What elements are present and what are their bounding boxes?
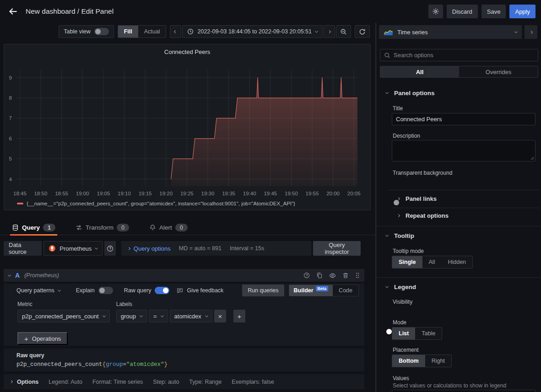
query-options-toggle[interactable]: Query options [128, 245, 171, 252]
query-patterns-dropdown[interactable]: Query patterns [16, 287, 60, 294]
time-shift-back-button[interactable] [170, 25, 181, 38]
operations-label: Operations [32, 335, 61, 342]
datasource-picker[interactable]: Prometheus [43, 241, 103, 256]
svg-text:19:20: 19:20 [159, 191, 173, 196]
tab-overrides[interactable]: Overrides [459, 66, 538, 77]
tooltip-all-option[interactable]: All [422, 256, 442, 268]
fill-actual-group: Fill Actual [118, 25, 167, 38]
give-feedback-link[interactable]: Give feedback [177, 287, 223, 294]
placement-right-option[interactable]: Right [425, 355, 451, 367]
datasource-label: Data source [4, 241, 42, 256]
footer-step: Step: auto [153, 379, 179, 385]
tooltip-header[interactable]: Tooltip [386, 232, 414, 239]
query-builder-toolbar: Query patterns Explain Raw query Give fe… [4, 284, 364, 297]
query-options-footer: Options Legend: Auto Format: Time series… [4, 374, 364, 389]
resize-handle-icon[interactable] [530, 156, 534, 160]
visualization-name: Time series [397, 29, 428, 36]
code-option[interactable]: Code [333, 285, 358, 296]
legend-mode-list-option[interactable]: List [392, 328, 415, 339]
time-shift-forward-button[interactable] [324, 25, 335, 38]
explain-label: Explain [76, 287, 95, 294]
query-options-label: Query options [134, 245, 171, 252]
query-ref-id: A [15, 272, 20, 279]
tab-transform[interactable]: Transform 0 [76, 220, 129, 235]
table-view-label: Table view [64, 28, 90, 35]
explain-switch[interactable] [98, 287, 113, 294]
svg-text:19:50: 19:50 [285, 191, 298, 196]
time-series-chart[interactable]: 18:4518:5018:5519:0019:0519:1019:1519:20… [4, 56, 370, 200]
remove-label-filter-button[interactable]: × [214, 310, 226, 322]
discard-button[interactable]: Discard [447, 5, 478, 18]
top-nav: New dashboard / Edit Panel Discard Save … [0, 0, 541, 23]
datasource-help-button[interactable] [104, 241, 115, 256]
description-textarea[interactable] [392, 140, 536, 161]
panel-settings-button[interactable] [428, 5, 443, 18]
add-label-filter-button[interactable]: + [233, 310, 245, 322]
back-button[interactable] [5, 4, 21, 19]
placement-bottom-option[interactable]: Bottom [392, 355, 425, 367]
bell-icon [149, 224, 156, 231]
options-expander[interactable]: Options [10, 379, 38, 385]
options-search[interactable] [380, 49, 538, 61]
hide-query-eye-icon[interactable] [329, 272, 336, 279]
legend-header[interactable]: Legend [386, 284, 416, 290]
label-value-select[interactable]: atomicdex [170, 310, 212, 322]
visualization-picker[interactable]: Time series [379, 25, 522, 39]
zoom-out-button[interactable] [336, 25, 351, 38]
query-help-icon[interactable] [303, 272, 310, 279]
duplicate-query-icon[interactable] [316, 272, 323, 279]
query-inspector-button[interactable]: Query inspector [313, 241, 361, 256]
table-view-toggle-group: Table view [59, 25, 114, 38]
tooltip-hidden-option[interactable]: Hidden [441, 256, 472, 268]
panel-title-input[interactable] [392, 113, 536, 125]
actual-option[interactable]: Actual [138, 26, 166, 38]
drag-handle-icon[interactable] [355, 272, 360, 279]
label-key-select[interactable]: group [116, 310, 147, 322]
tab-alert[interactable]: Alert 0 [149, 220, 188, 235]
raw-query-switch[interactable] [155, 287, 169, 294]
panel-links-header[interactable]: Panel links [397, 195, 437, 202]
label-operator-select[interactable]: = [149, 310, 168, 322]
chart-legend[interactable]: {__name__="p2p_connected_peers_count", g… [17, 201, 295, 206]
collapse-query-chevron[interactable] [8, 273, 11, 276]
metric-select[interactable]: p2p_connected_peers_count [17, 310, 110, 322]
legend-series-swatch[interactable] [17, 203, 23, 204]
builder-option[interactable]: Builder Beta [289, 285, 333, 296]
footer-exemplars: Exemplars: false [232, 379, 274, 385]
query-row-header[interactable]: A (Prometheus) [4, 269, 364, 282]
datasource-name: Prometheus [60, 245, 92, 252]
table-view-switch[interactable] [94, 28, 109, 35]
time-range-picker[interactable]: 2022-09-03 18:44:05 to 2022-09-03 20:05:… [182, 25, 323, 38]
tab-all[interactable]: All [380, 66, 459, 77]
legend-mode-table-option[interactable]: Table [415, 328, 442, 339]
refresh-button[interactable] [355, 25, 370, 38]
tooltip-single-option[interactable]: Single [392, 256, 422, 268]
apply-button[interactable]: Apply [509, 5, 536, 18]
footer-legend: Legend: Auto [49, 379, 82, 385]
options-search-input[interactable] [394, 52, 534, 59]
svg-text:19:05: 19:05 [97, 191, 110, 196]
panel-options-header[interactable]: Panel options [386, 90, 435, 97]
delete-query-trash-icon[interactable] [342, 272, 349, 279]
database-icon [12, 224, 19, 231]
time-series-viz-icon [384, 29, 393, 36]
tab-query[interactable]: Query 1 [12, 220, 55, 235]
add-operations-button[interactable]: + Operations [17, 332, 68, 345]
collapse-options-pane-button[interactable] [525, 25, 537, 39]
footer-type: Type: Range [189, 379, 222, 385]
arrow-left-icon [9, 7, 18, 16]
raw-query-label: Raw query [16, 352, 364, 359]
save-button[interactable]: Save [481, 5, 506, 18]
legend-values-input[interactable] [392, 390, 536, 392]
query-options-bar: Query options MD = auto = 891 Interval =… [121, 241, 311, 256]
placement-label: Placement [393, 347, 419, 353]
comment-icon [177, 287, 183, 294]
fill-option[interactable]: Fill [118, 26, 138, 38]
repeat-options-header[interactable]: Repeat options [397, 212, 449, 219]
search-icon [384, 52, 390, 59]
svg-text:9: 9 [9, 75, 12, 81]
svg-text:6: 6 [9, 136, 12, 141]
legend-series-label[interactable]: {__name__="p2p_connected_peers_count", g… [27, 201, 295, 206]
run-queries-button[interactable]: Run queries [242, 285, 284, 296]
label-operator-value: = [153, 313, 157, 320]
